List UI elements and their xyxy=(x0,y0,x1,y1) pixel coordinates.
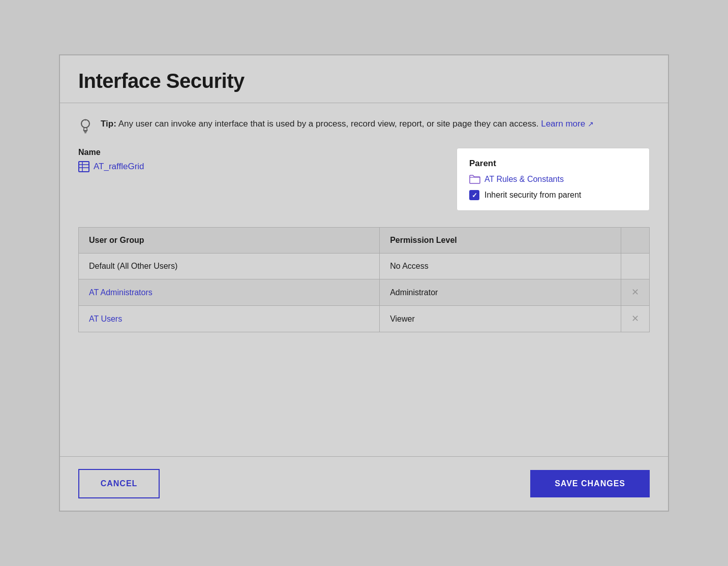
inherit-label: Inherit security from parent xyxy=(484,191,581,200)
parent-card: Parent AT Rules & Constants Inherit secu… xyxy=(457,148,650,211)
svg-line-5 xyxy=(82,121,82,121)
permissions-table: User or Group Permission Level Default (… xyxy=(78,227,650,332)
tip-bold: Tip: xyxy=(101,119,116,129)
cancel-button[interactable]: CANCEL xyxy=(78,469,160,498)
interface-name: AT_raffleGrid xyxy=(94,162,144,172)
lightbulb-icon xyxy=(78,117,93,136)
svg-rect-9 xyxy=(79,162,89,172)
remove-cell: ✕ xyxy=(621,279,650,306)
dialog-footer: CANCEL SAVE CHANGES xyxy=(60,456,668,511)
tip-body: Any user can invoke any interface that i… xyxy=(116,119,539,129)
col-user-header: User or Group xyxy=(79,228,380,254)
inherit-checkbox[interactable] xyxy=(469,190,479,200)
save-changes-button[interactable]: SAVE CHANGES xyxy=(530,470,650,497)
folder-icon xyxy=(469,175,480,184)
external-link-icon: ↗ xyxy=(588,119,594,130)
dialog-title: Interface Security xyxy=(78,70,650,92)
col-actions-header xyxy=(621,228,650,254)
col-permission-header: Permission Level xyxy=(380,228,621,254)
table-row: Default (All Other Users) No Access xyxy=(79,254,650,279)
dialog-body: Tip: Any user can invoke any interface t… xyxy=(60,103,668,456)
parent-card-title: Parent xyxy=(469,159,637,169)
user-cell[interactable]: AT Administrators xyxy=(79,279,380,306)
interface-icon xyxy=(78,161,89,172)
remove-cell: ✕ xyxy=(621,306,650,332)
user-cell: Default (All Other Users) xyxy=(79,254,380,279)
permission-cell: Administrator xyxy=(380,279,621,306)
name-parent-row: Name AT_raffleGrid Parent xyxy=(78,148,650,211)
name-value-row: AT_raffleGrid xyxy=(78,161,436,172)
interface-security-dialog: Interface Security Tip: Any user can inv… xyxy=(59,54,669,512)
learn-more-link[interactable]: Learn more ↗ xyxy=(541,119,594,129)
svg-line-6 xyxy=(88,121,89,121)
table-row: AT Users Viewer ✕ xyxy=(79,306,650,332)
inherit-row[interactable]: Inherit security from parent xyxy=(469,190,637,200)
table-row: AT Administrators Administrator ✕ xyxy=(79,279,650,306)
parent-folder-row: AT Rules & Constants xyxy=(469,175,637,184)
permissions-table-section: User or Group Permission Level Default (… xyxy=(78,227,650,332)
remove-row-button[interactable]: ✕ xyxy=(631,314,639,323)
parent-folder-name: AT Rules & Constants xyxy=(484,175,564,184)
name-label: Name xyxy=(78,148,436,157)
permission-cell: Viewer xyxy=(380,306,621,332)
dialog-header: Interface Security xyxy=(60,55,668,103)
tip-section: Tip: Any user can invoke any interface t… xyxy=(78,117,650,136)
name-section: Name AT_raffleGrid xyxy=(78,148,436,172)
remove-cell xyxy=(621,254,650,279)
user-cell[interactable]: AT Users xyxy=(79,306,380,332)
permission-cell: No Access xyxy=(380,254,621,279)
tip-content: Tip: Any user can invoke any interface t… xyxy=(101,117,594,131)
table-header-row: User or Group Permission Level xyxy=(79,228,650,254)
remove-row-button[interactable]: ✕ xyxy=(631,288,639,297)
